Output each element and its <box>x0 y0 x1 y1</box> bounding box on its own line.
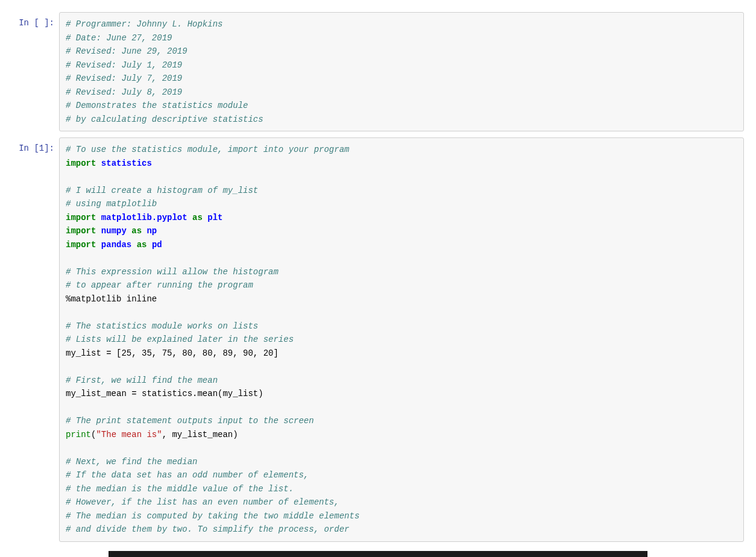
code-cell[interactable]: In [ ]: # Programmer: Johnny L. Hopkins … <box>12 12 744 131</box>
code-line: # Next, we find the median <box>66 457 197 467</box>
code-line: # First, we will find the mean <box>66 376 218 385</box>
code-line: # Revised: July 1, 2019 <box>66 60 182 70</box>
code-token: pd <box>152 240 162 250</box>
code-input-area[interactable]: # Programmer: Johnny L. Hopkins # Date: … <box>59 12 744 131</box>
code-token: import <box>66 240 96 250</box>
code-token: plt <box>207 213 222 222</box>
code-line: # the median is the middle value of the … <box>66 484 294 494</box>
code-token: my_list_mean = statistics.mean(my_list) <box>66 389 263 398</box>
code-token: as <box>131 226 142 236</box>
code-line: # Revised: July 7, 2019 <box>66 74 182 83</box>
code-line: # However, if the list has an even numbe… <box>66 497 339 507</box>
cell-prompt: In [ ]: <box>12 12 59 30</box>
code-token: import <box>66 159 96 168</box>
code-token <box>127 226 131 236</box>
code-token <box>96 159 101 168</box>
code-line: # Lists will be explained later in the s… <box>66 335 294 344</box>
code-line: # If the data set has an odd number of e… <box>66 470 309 480</box>
code-token: pandas <box>101 240 131 250</box>
code-line: # Revised: July 8, 2019 <box>66 87 182 97</box>
code-token <box>187 213 192 222</box>
cell-prompt: In [1]: <box>12 137 59 155</box>
code-line: # Date: June 27, 2019 <box>66 33 172 43</box>
code-token: statistics <box>101 159 152 168</box>
code-line: # to appear after running the program <box>66 280 253 290</box>
code-token: print <box>66 430 91 439</box>
code-token: , my_list_mean) <box>162 430 238 439</box>
code-line: # I will create a histogram of my_list <box>66 186 258 195</box>
code-line: # using matplotlib <box>66 199 157 209</box>
code-token <box>96 226 101 236</box>
code-token: my_list = [25, 35, 75, 80, 80, 89, 90, 2… <box>66 348 279 358</box>
code-token <box>131 240 136 250</box>
code-input-area[interactable]: # To use the statistics module, import i… <box>59 137 744 542</box>
code-cell[interactable]: In [1]: # To use the statistics module, … <box>12 137 744 542</box>
code-line: # This expression will allow the histogr… <box>66 267 279 277</box>
code-token: np <box>146 226 157 236</box>
code-line: # The median is computed by taking the t… <box>66 511 359 521</box>
code-line: # The statistics module works on lists <box>66 321 258 331</box>
code-token <box>146 240 151 250</box>
code-line: # The print statement outputs input to t… <box>66 416 314 426</box>
code-token <box>96 213 101 222</box>
code-line: # and divide them by two. To simplify th… <box>66 524 349 534</box>
code-token: matplotlib.pyplot <box>101 213 187 222</box>
code-token <box>96 240 101 250</box>
code-line: # Revised: June 29, 2019 <box>66 46 187 56</box>
code-line: # by calculating descriptive statistics <box>66 115 263 124</box>
code-line: # To use the statistics module, import i… <box>66 145 349 154</box>
code-token: %matplotlib inline <box>66 294 157 304</box>
notebook-container: In [ ]: # Programmer: Johnny L. Hopkins … <box>0 0 756 542</box>
code-line: # Demonstrates the statistics module <box>66 101 248 110</box>
code-token: "The mean is" <box>96 430 162 439</box>
code-token: as <box>137 240 147 250</box>
code-token: numpy <box>101 226 127 236</box>
code-line: # Programmer: Johnny L. Hopkins <box>66 19 222 29</box>
code-token: import <box>66 213 96 222</box>
code-token: as <box>192 213 203 222</box>
code-token: import <box>66 226 96 236</box>
